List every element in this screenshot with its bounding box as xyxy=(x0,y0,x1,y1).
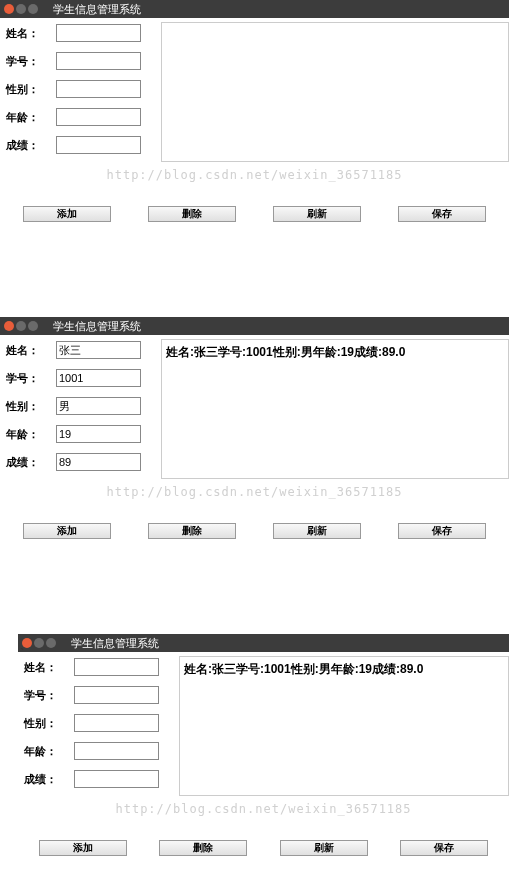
id-input[interactable] xyxy=(56,52,141,70)
save-button[interactable]: 保存 xyxy=(398,206,486,222)
button-row: 添加 删除 刷新 保存 xyxy=(0,188,509,232)
age-input[interactable] xyxy=(56,108,141,126)
backtick-char: ` xyxy=(20,646,25,662)
delete-button[interactable]: 删除 xyxy=(148,523,236,539)
gap xyxy=(0,549,509,634)
name-label: 姓名： xyxy=(6,26,56,41)
watermark: http://blog.csdn.net/weixin_36571185 xyxy=(18,796,509,822)
score-input[interactable] xyxy=(56,453,141,471)
refresh-button[interactable]: 刷新 xyxy=(273,206,361,222)
gender-label: 性别： xyxy=(24,716,74,731)
form-area: 姓名： 学号： 性别： 年龄： 成绩： 姓名:张三学号:1001性别:男年龄:1… xyxy=(0,335,509,479)
window-title: 学生信息管理系统 xyxy=(53,319,141,334)
age-input[interactable] xyxy=(74,742,159,760)
window-1: 学生信息管理系统 姓名： 学号： 性别： 年龄： 成绩： xyxy=(0,0,509,232)
id-input[interactable] xyxy=(56,369,141,387)
window-2: 学生信息管理系统 姓名： 学号： 性别： 年龄： 成绩： xyxy=(0,317,509,549)
age-label: 年龄： xyxy=(6,110,56,125)
delete-button[interactable]: 删除 xyxy=(159,840,247,856)
refresh-button[interactable]: 刷新 xyxy=(273,523,361,539)
age-label: 年龄： xyxy=(24,744,74,759)
age-input[interactable] xyxy=(56,425,141,443)
id-label: 学号： xyxy=(24,688,74,703)
close-icon[interactable] xyxy=(4,321,14,331)
form-area: 姓名： 学号： 性别： 年龄： 成绩： 姓名:张三学号:1001性别:男年龄:1… xyxy=(18,652,509,796)
minimize-icon[interactable] xyxy=(16,321,26,331)
id-label: 学号： xyxy=(6,371,56,386)
window-controls xyxy=(22,638,56,648)
id-input[interactable] xyxy=(74,686,159,704)
name-label: 姓名： xyxy=(6,343,56,358)
save-button[interactable]: 保存 xyxy=(398,523,486,539)
form-left: 姓名： 学号： 性别： 年龄： 成绩： xyxy=(6,339,161,479)
form-left: 姓名： 学号： 性别： 年龄： 成绩： xyxy=(24,656,179,796)
add-button[interactable]: 添加 xyxy=(23,523,111,539)
window-controls xyxy=(4,321,38,331)
display-area xyxy=(161,22,509,162)
watermark: http://blog.csdn.net/weixin_36571185 xyxy=(0,162,509,188)
maximize-icon[interactable] xyxy=(28,321,38,331)
score-input[interactable] xyxy=(56,136,141,154)
gap xyxy=(18,866,509,895)
window-title: 学生信息管理系统 xyxy=(71,636,159,651)
gender-input[interactable] xyxy=(74,714,159,732)
window-controls xyxy=(4,4,38,14)
gender-label: 性别： xyxy=(6,399,56,414)
gender-label: 性别： xyxy=(6,82,56,97)
age-label: 年龄： xyxy=(6,427,56,442)
score-input[interactable] xyxy=(74,770,159,788)
gap xyxy=(0,232,509,317)
display-area: 姓名:张三学号:1001性别:男年龄:19成绩:89.0 xyxy=(179,656,509,796)
titlebar: 学生信息管理系统 xyxy=(18,634,509,652)
window-3: 学生信息管理系统 姓名： 学号： 性别： 年龄： 成绩： xyxy=(18,634,509,895)
maximize-icon[interactable] xyxy=(28,4,38,14)
window-title: 学生信息管理系统 xyxy=(53,2,141,17)
maximize-icon[interactable] xyxy=(46,638,56,648)
name-input[interactable] xyxy=(74,658,159,676)
gender-input[interactable] xyxy=(56,397,141,415)
form-left: 姓名： 学号： 性别： 年龄： 成绩： xyxy=(6,22,161,162)
score-label: 成绩： xyxy=(24,772,74,787)
score-label: 成绩： xyxy=(6,455,56,470)
delete-button[interactable]: 删除 xyxy=(148,206,236,222)
add-button[interactable]: 添加 xyxy=(23,206,111,222)
save-button[interactable]: 保存 xyxy=(400,840,488,856)
id-label: 学号： xyxy=(6,54,56,69)
name-input[interactable] xyxy=(56,24,141,42)
minimize-icon[interactable] xyxy=(16,4,26,14)
form-area: 姓名： 学号： 性别： 年龄： 成绩： xyxy=(0,18,509,162)
close-icon[interactable] xyxy=(4,4,14,14)
button-row: 添加 删除 刷新 保存 xyxy=(18,822,509,866)
titlebar: 学生信息管理系统 xyxy=(0,0,509,18)
score-label: 成绩： xyxy=(6,138,56,153)
refresh-button[interactable]: 刷新 xyxy=(280,840,368,856)
watermark: http://blog.csdn.net/weixin_36571185 xyxy=(0,479,509,505)
add-button[interactable]: 添加 xyxy=(39,840,127,856)
display-area: 姓名:张三学号:1001性别:男年龄:19成绩:89.0 xyxy=(161,339,509,479)
button-row: 添加 删除 刷新 保存 xyxy=(0,505,509,549)
titlebar: 学生信息管理系统 xyxy=(0,317,509,335)
name-input[interactable] xyxy=(56,341,141,359)
gender-input[interactable] xyxy=(56,80,141,98)
minimize-icon[interactable] xyxy=(34,638,44,648)
name-label: 姓名： xyxy=(24,660,74,675)
